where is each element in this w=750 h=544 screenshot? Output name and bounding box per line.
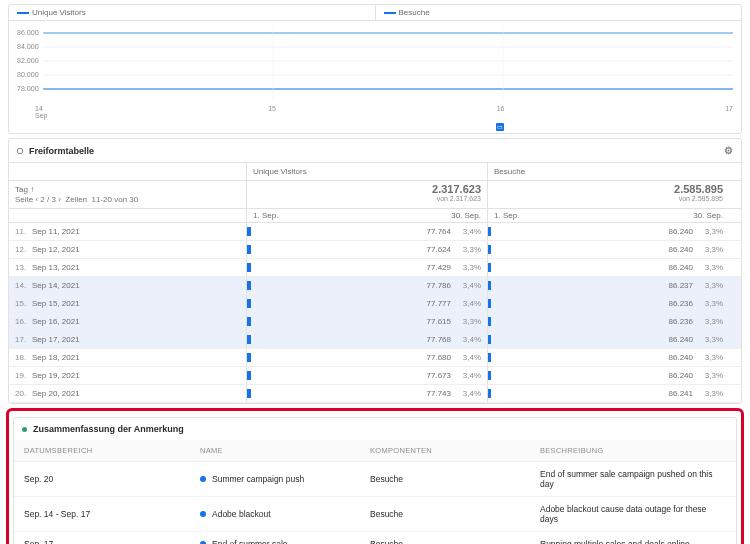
metric-value: 77.429 — [427, 263, 451, 272]
line-chart-panel: Unique Visitors Besuche 86.000 84.000 82… — [8, 4, 742, 134]
metric-bar — [488, 281, 491, 290]
column-header-unique-visitors[interactable]: Unique Visitors — [247, 163, 488, 180]
annotation-marker-row: ▭ — [35, 123, 733, 133]
metric-bar — [247, 281, 251, 290]
dimension-sort-cell[interactable]: Tag ↑ Seite ‹ 2 / 3 › Zeilen 11-20 von 3… — [9, 181, 247, 208]
annotation-component: Besuche — [370, 539, 540, 544]
table-row[interactable]: 19.Sep 19, 202177.6733,4%86.2403,3% — [9, 367, 741, 385]
spark-from: 1. Sep. — [494, 211, 519, 220]
cell-unique-visitors: 77.7643,4% — [247, 223, 488, 240]
metric-bar — [247, 263, 251, 272]
spark-from: 1. Sep. — [253, 211, 278, 220]
freeform-table-panel: Freiformtabelle ⚙ Unique Visitors Besuch… — [8, 138, 742, 404]
x-tick: 15 — [268, 105, 276, 119]
annotation-color-dot-icon — [200, 476, 206, 482]
x-tick: 16 — [497, 105, 505, 119]
metric-bar — [488, 389, 491, 398]
cell-unique-visitors: 77.7683,4% — [247, 331, 488, 348]
metric-bar — [247, 371, 251, 380]
table-row[interactable]: 15.Sep 15, 202177.7773,4%86.2363,3% — [9, 295, 741, 313]
row-date: Sep 17, 2021 — [32, 335, 80, 344]
row-index: 13. — [15, 263, 27, 272]
table-row[interactable]: 11.Sep 11, 202177.7643,4%86.2403,3% — [9, 223, 741, 241]
table-summary-row: Tag ↑ Seite ‹ 2 / 3 › Zeilen 11-20 von 3… — [9, 181, 741, 209]
cell-unique-visitors: 77.6803,4% — [247, 349, 488, 366]
table-row[interactable]: 16.Sep 16, 202177.6153,3%86.2363,3% — [9, 313, 741, 331]
table-column-headers: Unique Visitors Besuche — [9, 163, 741, 181]
annotation-description: End of summer sale campaign pushed on th… — [540, 469, 726, 489]
row-date: Sep 15, 2021 — [32, 299, 80, 308]
row-date: Sep 20, 2021 — [32, 389, 80, 398]
metric-value: 77.768 — [427, 335, 451, 344]
metric-bar — [247, 389, 251, 398]
gear-icon[interactable]: ⚙ — [724, 145, 733, 156]
annotation-row[interactable]: Sep. 17End of summer saleBesucheRunning … — [14, 532, 736, 544]
column-header-dimension[interactable] — [9, 163, 247, 180]
y-tick: 86.000 — [17, 29, 39, 36]
row-index: 12. — [15, 245, 27, 254]
panel-title: Zusammenfassung der Anmerkung — [33, 424, 728, 434]
metric-pct: 3,4% — [459, 227, 481, 236]
freeform-table-header[interactable]: Freiformtabelle ⚙ — [9, 139, 741, 163]
metric-pct: 3,3% — [701, 245, 723, 254]
y-tick: 78.000 — [17, 85, 39, 92]
cell-unique-visitors: 77.6733,4% — [247, 367, 488, 384]
table-row[interactable]: 14.Sep 14, 202177.7863,4%86.2373,3% — [9, 277, 741, 295]
metric1-total-cell: 2.317.623 von 2.317.623 — [247, 181, 488, 208]
legend-swatch — [17, 12, 29, 14]
metric-value: 77.777 — [427, 299, 451, 308]
annotation-row[interactable]: Sep. 14 - Sep. 17Adobe blackoutBesucheAd… — [14, 497, 736, 532]
panel-color-dot — [22, 427, 27, 432]
metric-bar — [488, 335, 491, 344]
col-description[interactable]: Beschreibung — [540, 446, 726, 455]
annotation-summary-panel: Zusammenfassung der Anmerkung Datumsbere… — [13, 417, 737, 544]
metric-pct: 3,4% — [459, 371, 481, 380]
table-row[interactable]: 12.Sep 12, 202177.6243,3%86.2403,3% — [9, 241, 741, 259]
metric-pct: 3,3% — [459, 245, 481, 254]
metric-bar — [247, 335, 251, 344]
metric-pct: 3,4% — [459, 389, 481, 398]
table-row[interactable]: 18.Sep 18, 202177.6803,4%86.2403,3% — [9, 349, 741, 367]
table-row[interactable]: 20.Sep 20, 202177.7433,4%86.2413,3% — [9, 385, 741, 403]
column-header-besuche[interactable]: Besuche — [488, 163, 729, 180]
annotation-marker-icon[interactable]: ▭ — [496, 123, 504, 131]
annotation-description: Adobe blackout cause data outage for the… — [540, 504, 726, 524]
cell-besuche: 86.2373,3% — [488, 277, 729, 294]
cell-besuche: 86.2403,3% — [488, 259, 729, 276]
metric-pct: 3,3% — [701, 281, 723, 290]
metric-bar — [488, 317, 491, 326]
col-name[interactable]: Name — [200, 446, 370, 455]
table-row[interactable]: 13.Sep 13, 202177.4293,3%86.2403,3% — [9, 259, 741, 277]
x-tick: 17 — [725, 105, 733, 119]
row-index: 16. — [15, 317, 27, 326]
row-date: Sep 14, 2021 — [32, 281, 80, 290]
metric-pct: 3,3% — [701, 371, 723, 380]
metric-value: 77.673 — [427, 371, 451, 380]
table-row[interactable]: 17.Sep 17, 202177.7683,4%86.2403,3% — [9, 331, 741, 349]
collapse-icon[interactable] — [17, 148, 23, 154]
metric-value: 86.240 — [669, 245, 693, 254]
row-index: 19. — [15, 371, 27, 380]
chart-body[interactable]: 86.000 84.000 82.000 80.000 78.000 — [9, 21, 741, 105]
metric-value: 86.241 — [669, 389, 693, 398]
metric-bar — [488, 371, 491, 380]
annotation-color-dot-icon — [200, 541, 206, 545]
row-index: 15. — [15, 299, 27, 308]
sort-asc-icon: ↑ — [30, 185, 34, 194]
metric-pct: 3,3% — [701, 227, 723, 236]
line-chart-svg: 86.000 84.000 82.000 80.000 78.000 — [17, 25, 733, 101]
annotation-summary-header[interactable]: Zusammenfassung der Anmerkung — [14, 418, 736, 440]
paginator-text[interactable]: Seite ‹ 2 / 3 › Zeilen 11-20 von 30 — [15, 195, 240, 204]
legend-unique-visitors: Unique Visitors — [9, 5, 376, 20]
annotation-name: End of summer sale — [200, 539, 370, 544]
metric2-total-cell: 2.585.895 von 2.585.895 — [488, 181, 729, 208]
metric-pct: 3,4% — [459, 299, 481, 308]
annotation-row[interactable]: Sep. 20Summer campaign pushBesucheEnd of… — [14, 462, 736, 497]
col-components[interactable]: Komponenten — [370, 446, 540, 455]
metric-value: 77.743 — [427, 389, 451, 398]
annotation-name: Summer campaign push — [200, 474, 370, 484]
metric-value: 86.240 — [669, 353, 693, 362]
col-date-range[interactable]: Datumsbereich — [24, 446, 200, 455]
metric-bar — [488, 353, 491, 362]
sparkline-header: 1. Sep.30. Sep. 1. Sep.30. Sep. — [9, 209, 741, 223]
